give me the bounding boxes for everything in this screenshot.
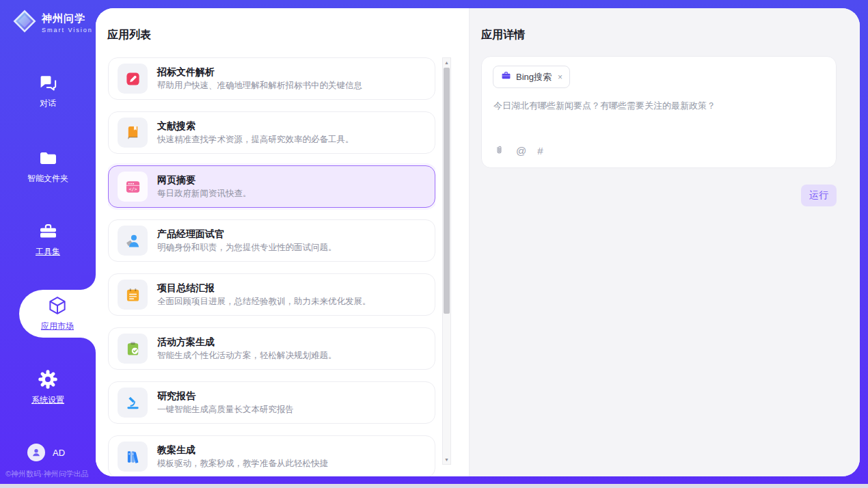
app-desc: 帮助用户快速、准确地理解和解析招标书中的关键信息 (157, 81, 362, 91)
sidebar: 神州问学 Smart Vision 对话智能文件夹工具集应用市场系统设置 AD … (0, 0, 96, 488)
sidebar-item-toolset[interactable]: 工具集 (0, 221, 96, 258)
app-card[interactable]: 项目总结汇报全面回顾项目进展，总结经验教训，助力未来优化发展。 (108, 273, 435, 316)
content-area: 应用列表 招标文件解析帮助用户快速、准确地理解和解析招标书中的关键信息文献搜索快… (96, 8, 860, 476)
bubble-curve-bottom (81, 338, 96, 353)
app-window: 神州问学 Smart Vision 对话智能文件夹工具集应用市场系统设置 AD … (0, 0, 868, 488)
scrollbar[interactable]: ▲ ▼ (442, 57, 451, 465)
app-card-text: 招标文件解析帮助用户快速、准确地理解和解析招标书中的关键信息 (157, 66, 362, 91)
app-desc: 每日政府新闻资讯快查。 (157, 189, 252, 199)
app-detail-panel: 应用详情 Bing搜索 × 今日湖北有哪些新闻要点？有哪些需要关注的最新政策？ (469, 8, 860, 476)
clipboard-icon (118, 334, 148, 364)
svg-text:</>: </> (128, 186, 137, 191)
app-card[interactable]: 文献搜索快速精准查找学术资源，提高研究效率的必备工具。 (108, 111, 435, 154)
sidebar-item-label: 应用市场 (41, 321, 74, 332)
remove-tag-icon[interactable]: × (558, 72, 562, 82)
cube-icon (47, 295, 68, 318)
app-title: 研究报告 (157, 390, 294, 402)
copyright: ©神州数码·神州问学出品 (5, 469, 89, 479)
app-card[interactable]: 教案生成模板驱动，教案秒成，教学准备从此轻松快捷 (108, 435, 435, 476)
prompt-card[interactable]: Bing搜索 × 今日湖北有哪些新闻要点？有哪些需要关注的最新政策？ @ # (481, 56, 837, 168)
brand-subtitle: Smart Vision (42, 27, 93, 33)
sidebar-item-smart-folder[interactable]: 智能文件夹 (0, 148, 96, 185)
person-doc-icon (118, 226, 148, 256)
app-desc: 全面回顾项目进展，总结经验教训，助力未来优化发展。 (157, 297, 371, 307)
briefcase-icon (501, 70, 511, 83)
app-title: 教案生成 (157, 444, 328, 456)
prompt-toolbar: @ # (493, 145, 543, 157)
avatar[interactable] (27, 444, 45, 461)
book-icon (118, 118, 148, 148)
sidebar-item-settings[interactable]: 系统设置 (0, 369, 96, 406)
topic-icon[interactable]: # (537, 145, 543, 157)
sidebar-item-label: 智能文件夹 (0, 173, 96, 185)
tool-tag-bing[interactable]: Bing搜索 × (493, 66, 570, 88)
app-card[interactable]: 研究报告一键智能生成高质量长文本研究报告 (108, 381, 435, 424)
prompt-input[interactable]: 今日湖北有哪些新闻要点？有哪些需要关注的最新政策？ (493, 100, 822, 112)
sidebar-item-app-market[interactable]: 应用市场 (19, 290, 96, 338)
app-card-list: 招标文件解析帮助用户快速、准确地理解和解析招标书中的关键信息文献搜索快速精准查找… (108, 57, 435, 476)
user-name: AD (53, 448, 65, 458)
app-card-text: 教案生成模板驱动，教案秒成，教学准备从此轻松快捷 (157, 444, 328, 469)
app-desc: 模板驱动，教案秒成，教学准备从此轻松快捷 (157, 459, 328, 469)
paperclip-icon[interactable] (493, 145, 505, 157)
scrollbar-thumb[interactable] (444, 68, 450, 314)
app-title: 产品经理面试官 (157, 228, 337, 240)
bottom-strip (0, 484, 868, 488)
brand-name: 神州问学 (42, 12, 93, 25)
scroll-up-icon[interactable]: ▲ (443, 60, 450, 65)
app-card[interactable]: 活动方案生成智能生成个性化活动方案，轻松解决规划难题。 (108, 327, 435, 370)
app-card-text: 项目总结汇报全面回顾项目进展，总结经验教训，助力未来优化发展。 (157, 282, 371, 307)
folder-icon (0, 148, 96, 168)
pencil-icon (118, 64, 148, 94)
user-row[interactable]: AD (27, 444, 65, 461)
app-card-text: 研究报告一键智能生成高质量长文本研究报告 (157, 390, 294, 415)
app-card-text: 活动方案生成智能生成个性化活动方案，轻松解决规划难题。 (157, 336, 337, 361)
browser-icon: </> (118, 172, 148, 202)
app-desc: 智能生成个性化活动方案，轻松解决规划难题。 (157, 351, 337, 361)
app-title: 招标文件解析 (157, 66, 362, 78)
sidebar-item-chat[interactable]: 对话 (0, 72, 96, 109)
app-title: 网页摘要 (157, 174, 252, 186)
tool-tag-label: Bing搜索 (516, 71, 552, 83)
sidebar-item-label: 系统设置 (0, 394, 96, 406)
app-card[interactable]: </>网页摘要每日政府新闻资讯快查。 (108, 165, 435, 208)
app-desc: 明确身份和职责，为您提供专业性的面试问题。 (157, 243, 337, 253)
scroll-down-icon[interactable]: ▼ (443, 457, 450, 462)
app-title: 活动方案生成 (157, 336, 337, 348)
app-card[interactable]: 产品经理面试官明确身份和职责，为您提供专业性的面试问题。 (108, 219, 435, 262)
app-card-text: 产品经理面试官明确身份和职责，为您提供专业性的面试问题。 (157, 228, 337, 253)
app-title: 项目总结汇报 (157, 282, 371, 294)
chat-icon (0, 72, 96, 93)
sidebar-item-label: 对话 (0, 98, 96, 109)
books-icon (118, 442, 148, 472)
app-title: 文献搜索 (157, 120, 354, 132)
sidebar-item-label: 工具集 (0, 246, 96, 258)
gear-icon (0, 369, 96, 390)
brand: 神州问学 Smart Vision (12, 9, 93, 36)
microscope-icon (118, 388, 148, 418)
app-card-text: 文献搜索快速精准查找学术资源，提高研究效率的必备工具。 (157, 120, 354, 145)
toolbox-icon (0, 221, 96, 241)
app-list-panel: 应用列表 招标文件解析帮助用户快速、准确地理解和解析招标书中的关键信息文献搜索快… (96, 8, 469, 476)
app-card-text: 网页摘要每日政府新闻资讯快查。 (157, 174, 252, 199)
app-detail-title: 应用详情 (481, 28, 525, 42)
app-list-title: 应用列表 (107, 28, 151, 42)
mention-icon[interactable]: @ (516, 145, 526, 157)
app-desc: 快速精准查找学术资源，提高研究效率的必备工具。 (157, 135, 354, 145)
app-desc: 一键智能生成高质量长文本研究报告 (157, 405, 294, 415)
brand-logo-icon (12, 9, 37, 36)
bubble-curve-top (81, 275, 96, 290)
run-row: 运行 (481, 185, 837, 206)
app-card[interactable]: 招标文件解析帮助用户快速、准确地理解和解析招标书中的关键信息 (108, 57, 435, 100)
notepad-icon (118, 280, 148, 310)
run-button[interactable]: 运行 (801, 185, 837, 206)
